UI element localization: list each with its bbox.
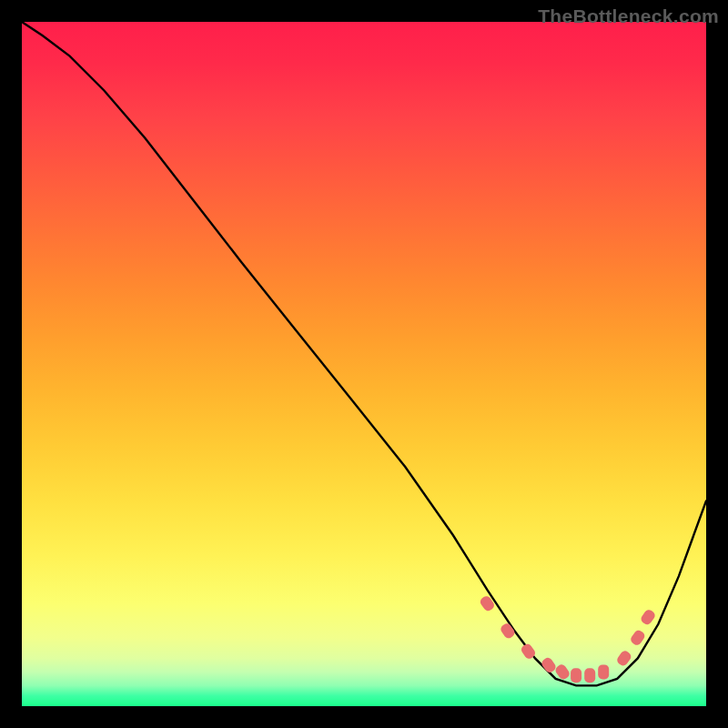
chart-svg <box>22 22 706 706</box>
marker-dot <box>584 668 595 682</box>
marker-dot <box>629 629 646 647</box>
marker-dot <box>540 656 557 674</box>
marker-dot <box>571 668 581 682</box>
bottleneck-curve <box>22 22 706 685</box>
chart-container: TheBottleneck.com <box>0 0 728 728</box>
marker-dot <box>640 608 657 626</box>
marker-dot <box>598 664 609 679</box>
marker-dot <box>499 622 516 640</box>
marker-group <box>479 594 657 682</box>
plot-area <box>22 22 706 706</box>
